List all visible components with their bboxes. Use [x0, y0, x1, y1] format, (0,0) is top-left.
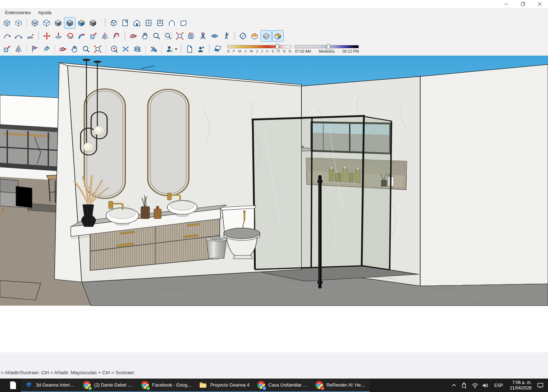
display-section-fill-button[interactable]	[272, 30, 284, 42]
3d-viewport[interactable]	[0, 56, 548, 352]
section-cut-house-icon	[262, 32, 271, 40]
style-shaded-button[interactable]	[52, 17, 64, 29]
flip-icon	[14, 45, 23, 53]
component-download-button[interactable]	[108, 43, 120, 55]
layers-export-button[interactable]	[131, 43, 143, 55]
look-around-button[interactable]	[209, 30, 220, 42]
component-window-button[interactable]	[143, 17, 154, 29]
style-shaded-colors-button[interactable]	[76, 17, 87, 29]
zoom-window-tool-button[interactable]	[162, 30, 174, 42]
move-tool-button[interactable]	[41, 30, 53, 42]
push-pull-tool-button[interactable]	[53, 30, 64, 42]
close-button[interactable]	[531, 0, 548, 8]
component-door-button[interactable]	[119, 17, 131, 29]
zoom-extents-tool-button-2[interactable]	[92, 43, 103, 55]
account-button[interactable]	[164, 43, 179, 55]
arc-button[interactable]	[13, 30, 24, 42]
taskbar-item-chrome-facebook[interactable]: h Facebook - Google ...	[137, 379, 195, 392]
section-plane-button[interactable]	[237, 30, 249, 42]
taskbar-label: Casa Unifamiliar en...	[268, 383, 308, 388]
walk-tool-button[interactable]	[220, 30, 232, 42]
pie-button[interactable]	[24, 30, 36, 42]
flip-tool-button-2[interactable]	[13, 43, 24, 55]
taskbar-item-sketchup[interactable]: 3d Geanna Interior ...	[21, 379, 79, 392]
component-cabinet-button[interactable]	[154, 17, 166, 29]
orbit-tool-button[interactable]	[127, 30, 139, 42]
zoom-tool-button[interactable]	[151, 30, 162, 42]
taskbar-item-folder[interactable]: Proyecto Geanna 4	[195, 379, 253, 392]
offset-tool-button[interactable]	[111, 30, 122, 42]
toolbar-grip[interactable]	[105, 19, 106, 27]
month-label: A	[244, 49, 247, 53]
time-slider-thumb[interactable]	[327, 44, 330, 49]
scale-tool-button-2[interactable]	[1, 43, 13, 55]
new-document-button[interactable]	[184, 43, 195, 55]
house-facade-icon	[133, 19, 141, 27]
position-camera-button[interactable]	[197, 30, 209, 42]
toolbar-grip[interactable]	[234, 32, 235, 40]
wifi-icon[interactable]	[471, 381, 479, 390]
toolbar-grip[interactable]	[209, 45, 210, 53]
style-shaded-textures-button[interactable]	[64, 17, 76, 29]
section-house-icon	[250, 32, 259, 40]
two-point-arc-button[interactable]	[1, 30, 13, 42]
component-house-3d-button[interactable]	[108, 17, 119, 29]
flip-tool-button[interactable]	[99, 30, 111, 42]
component-wall-button[interactable]	[178, 17, 189, 29]
display-section-planes-button[interactable]	[249, 30, 260, 42]
cross-arrows-button[interactable]	[120, 43, 131, 55]
date-slider-track[interactable]	[227, 45, 291, 48]
minimize-button[interactable]	[498, 0, 515, 8]
language-indicator[interactable]: ESP	[492, 383, 505, 388]
restore-button[interactable]	[515, 0, 531, 8]
style-wireframe-button[interactable]	[29, 17, 41, 29]
walk-in-shower	[252, 116, 391, 287]
taskbar-label: 3d Geanna Interior ...	[36, 383, 76, 388]
time-slider-track[interactable]	[295, 45, 359, 48]
follow-me-tool-button[interactable]	[76, 30, 88, 42]
hidden-icons-chevron[interactable]	[450, 381, 458, 390]
taskbar-item-chrome-casa[interactable]: C Casa Unifamiliar en...	[253, 379, 312, 392]
gear-chevrons-button[interactable]	[148, 43, 159, 55]
menu-extensiones[interactable]: Extensiones	[1, 10, 34, 15]
zoom-extents-tool-button[interactable]	[174, 30, 186, 42]
action-center-icon[interactable]	[536, 381, 544, 390]
taskbar-item-chrome-rerender[interactable]: ReRender AI: Herra...	[312, 379, 370, 392]
zoom-tool-button-2[interactable]	[80, 43, 92, 55]
pan-tool-button-2[interactable]	[69, 43, 80, 55]
offset-icon	[112, 32, 121, 40]
flag-tool-button[interactable]	[29, 43, 41, 55]
shadows-toggle-button[interactable]	[212, 43, 224, 55]
display-section-cuts-button[interactable]	[260, 30, 272, 42]
taskbar-label: (2) Dante Gebel #94...	[94, 383, 134, 388]
volume-icon[interactable]	[482, 381, 490, 390]
toolbar-grip[interactable]	[124, 32, 126, 40]
style-back-edges-button[interactable]	[13, 17, 24, 29]
add-person-button[interactable]	[195, 43, 207, 55]
previous-view-button[interactable]	[186, 30, 197, 42]
time-labels: 07:02 AM Mediodía 06:12 PM	[295, 49, 359, 53]
xray-cube-icon	[3, 19, 11, 27]
rotate-tool-button[interactable]	[64, 30, 76, 42]
two-point-arc-icon	[3, 32, 11, 40]
toolbar-separator	[27, 18, 27, 28]
component-house-outline-button[interactable]	[166, 17, 178, 29]
usb-icon[interactable]	[460, 381, 468, 390]
paint-bucket-button[interactable]	[41, 43, 52, 55]
clock[interactable]: 7:06 a. m. 21/04/2026	[508, 380, 534, 391]
monochrome-cube-icon	[89, 19, 97, 27]
taskbar-item-notepad[interactable]	[5, 379, 21, 392]
pan-tool-button[interactable]	[139, 30, 151, 42]
shower-door-handle	[319, 177, 320, 287]
menu-ayuda[interactable]: Ayuda	[34, 10, 55, 15]
component-facade-button[interactable]	[131, 17, 143, 29]
toolbar-grip[interactable]	[38, 32, 39, 40]
orbit-tool-button-2[interactable]	[57, 43, 69, 55]
style-xray-button[interactable]	[1, 17, 13, 29]
style-hidden-line-button[interactable]	[41, 17, 52, 29]
date-slider-thumb[interactable]	[276, 44, 279, 49]
scale-tool-button[interactable]	[88, 30, 99, 42]
style-monochrome-button[interactable]	[87, 17, 99, 29]
toolbar-grip[interactable]	[180, 45, 182, 53]
taskbar-item-chrome-dante[interactable]: h (2) Dante Gebel #94...	[79, 379, 137, 392]
